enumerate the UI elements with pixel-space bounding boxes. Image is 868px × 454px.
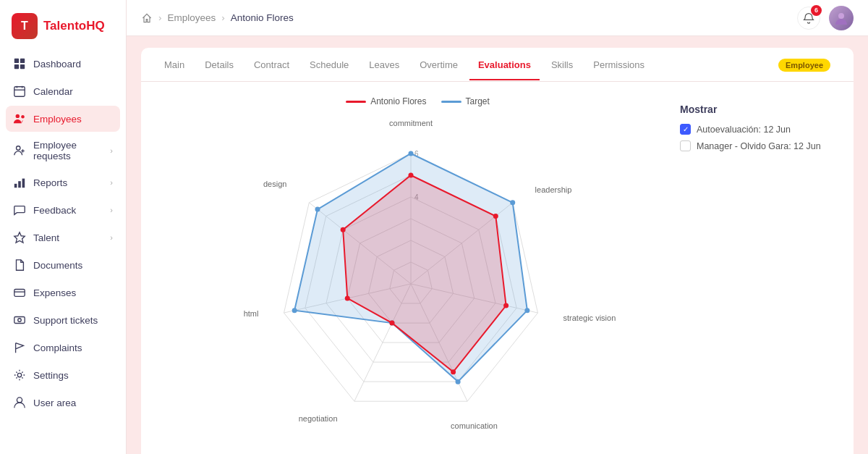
- svg-point-22: [17, 398, 22, 403]
- sidebar-item-label: Support tickets: [33, 315, 98, 326]
- sidebar-item-label: Feedback: [33, 205, 76, 216]
- tab-details[interactable]: Details: [196, 49, 242, 80]
- radar-chart: 46commitmentleadershipstrategic visionco…: [165, 114, 657, 447]
- tab-overtime[interactable]: Overtime: [411, 49, 467, 80]
- mostrar-item2: Manager - Olvido Gara: 12 Jun: [680, 140, 839, 151]
- logo[interactable]: T TalentoHQ: [0, 7, 126, 51]
- sidebar-item-employee-requests[interactable]: Employee requests ›: [6, 133, 120, 168]
- svg-text:design: design: [263, 180, 286, 188]
- legend-antonio-line: [346, 101, 366, 103]
- svg-rect-17: [14, 290, 25, 297]
- sidebar-item-settings[interactable]: Settings: [6, 362, 120, 388]
- svg-rect-19: [14, 317, 25, 324]
- svg-point-48: [493, 214, 498, 219]
- svg-rect-14: [18, 181, 21, 188]
- flag-icon: [13, 341, 26, 354]
- tab-schedule[interactable]: Schedule: [301, 49, 357, 80]
- svg-point-45: [292, 308, 297, 313]
- svg-point-42: [524, 308, 529, 313]
- settings-icon: [13, 369, 26, 382]
- sidebar-item-label: Settings: [33, 370, 69, 381]
- svg-rect-13: [14, 184, 17, 188]
- topbar-right: 6: [797, 6, 854, 30]
- sidebar-item-label: User area: [33, 398, 76, 408]
- home-icon[interactable]: [141, 12, 153, 24]
- breadcrumb-sep2: ›: [221, 12, 225, 23]
- sidebar-item-talent[interactable]: Talent ›: [6, 224, 120, 251]
- legend-target-line: [441, 101, 461, 103]
- sidebar-nav: Dashboard Calendar Employees Employee re…: [0, 51, 126, 416]
- sidebar-item-label: Complaints: [33, 342, 82, 353]
- svg-point-21: [17, 373, 21, 377]
- mostrar-item1: ✓ Autoevaluación: 12 Jun: [680, 124, 839, 135]
- sidebar-item-complaints[interactable]: Complaints: [6, 335, 120, 361]
- bar-chart-icon: [13, 176, 26, 189]
- people-icon: [13, 112, 26, 125]
- svg-rect-15: [22, 179, 25, 188]
- svg-point-40: [408, 151, 413, 156]
- svg-rect-3: [20, 64, 25, 69]
- user-avatar[interactable]: [829, 6, 854, 30]
- tab-skills[interactable]: Skills: [542, 49, 582, 80]
- sidebar-item-documents[interactable]: Documents: [6, 252, 120, 278]
- svg-point-41: [510, 200, 515, 205]
- breadcrumb-current: Antonio Flores: [231, 12, 294, 23]
- sidebar-item-employees[interactable]: Employees: [6, 106, 120, 132]
- grid-icon: [13, 57, 26, 70]
- svg-point-46: [315, 207, 320, 212]
- svg-text:negotiation: negotiation: [298, 414, 337, 423]
- legend-target: Target: [441, 96, 490, 106]
- sidebar: T TalentoHQ Dashboard Calendar Employees…: [0, 0, 127, 454]
- svg-point-9: [21, 115, 25, 119]
- svg-point-47: [408, 173, 413, 178]
- checkbox-item1[interactable]: ✓: [680, 124, 691, 135]
- svg-rect-2: [14, 64, 19, 69]
- chevron-right-icon: ›: [110, 178, 113, 187]
- svg-marker-16: [14, 232, 25, 243]
- legend-antonio-label: Antonio Flores: [370, 96, 426, 106]
- tab-bar: Main Details Contract Schedule Leaves Ov…: [141, 48, 854, 82]
- mostrar-title: Mostrar: [680, 104, 839, 115]
- svg-rect-1: [20, 59, 25, 63]
- svg-text:html: html: [243, 309, 258, 318]
- sidebar-item-feedback[interactable]: Feedback ›: [6, 197, 120, 223]
- tab-leaves[interactable]: Leaves: [360, 49, 408, 80]
- breadcrumb-employees[interactable]: Employees: [168, 12, 216, 23]
- chart-wrapper: Antonio Flores Target 46commitmentleader…: [156, 96, 665, 447]
- chevron-right-icon: ›: [110, 233, 113, 242]
- svg-text:strategic vision: strategic vision: [563, 314, 616, 322]
- sidebar-item-calendar[interactable]: Calendar: [6, 78, 120, 104]
- sidebar-item-label: Employees: [33, 114, 82, 125]
- card-icon: [13, 286, 26, 299]
- sidebar-item-reports[interactable]: Reports ›: [6, 169, 120, 196]
- sidebar-item-label: Talent: [33, 232, 59, 243]
- employee-card: Main Details Contract Schedule Leaves Ov…: [141, 48, 854, 454]
- svg-point-49: [503, 303, 509, 308]
- ticket-icon: [13, 314, 26, 327]
- notification-button[interactable]: 6: [797, 7, 820, 30]
- document-icon: [13, 258, 26, 272]
- chevron-right-icon: ›: [110, 146, 113, 155]
- svg-point-53: [340, 227, 345, 232]
- chat-icon: [13, 203, 26, 217]
- checkbox-item2[interactable]: [680, 140, 691, 151]
- sidebar-item-label: Employee requests: [33, 140, 103, 161]
- tab-permissions[interactable]: Permissions: [584, 49, 653, 80]
- sidebar-item-support-tickets[interactable]: Support tickets: [6, 307, 120, 333]
- sidebar-item-label: Expenses: [33, 287, 76, 298]
- sidebar-item-expenses[interactable]: Expenses: [6, 279, 120, 306]
- svg-point-52: [344, 296, 349, 301]
- legend-target-label: Target: [466, 96, 490, 106]
- sidebar-item-dashboard[interactable]: Dashboard: [6, 51, 120, 77]
- main-area: › Employees › Antonio Flores 6 Main Deta…: [127, 0, 868, 454]
- star-icon: [13, 231, 26, 244]
- tab-evaluations[interactable]: Evaluations: [469, 49, 540, 80]
- sidebar-item-user-area[interactable]: User area: [6, 390, 120, 416]
- tab-contract[interactable]: Contract: [245, 49, 298, 80]
- svg-text:commitment: commitment: [389, 119, 433, 127]
- sidebar-item-label: Documents: [33, 260, 82, 271]
- svg-point-43: [455, 379, 460, 384]
- tab-main[interactable]: Main: [156, 49, 193, 80]
- calendar-icon: [13, 85, 26, 98]
- sidebar-item-label: Calendar: [33, 86, 73, 97]
